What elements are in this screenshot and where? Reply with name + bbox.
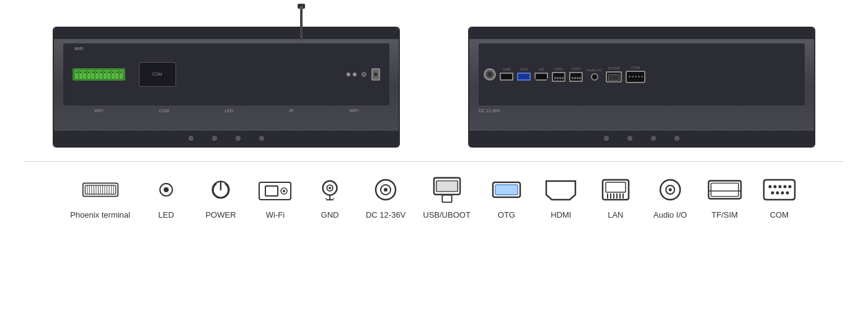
audio-icon xyxy=(652,174,689,205)
icons-row: Phoenix terminal LED POWER xyxy=(70,174,798,220)
left-device-face: WIFI COM xyxy=(63,43,389,105)
icon-gnd: GND xyxy=(311,174,348,220)
led-label: LED xyxy=(158,210,174,220)
icon-hdmi: HDMI xyxy=(542,174,580,220)
com-icon xyxy=(761,174,798,205)
svg-point-24 xyxy=(329,187,331,189)
icon-led: LED xyxy=(148,174,185,220)
svg-point-55 xyxy=(788,185,791,189)
right-bottom-bar xyxy=(469,131,814,146)
tf-sim-icon xyxy=(706,174,743,205)
icons-section: Phoenix terminal LED POWER xyxy=(0,162,868,233)
right-device: USB OTG HD LAN1 xyxy=(468,17,815,148)
svg-rect-34 xyxy=(442,195,451,203)
terminal-block xyxy=(73,68,125,81)
audio-label: Audio I/O xyxy=(653,210,687,220)
svg-rect-49 xyxy=(711,183,739,196)
svg-point-56 xyxy=(771,192,774,195)
svg-rect-33 xyxy=(436,181,458,192)
gnd-icon xyxy=(311,174,348,205)
left-device: WIFI COM xyxy=(53,17,400,148)
icon-audio: Audio I/O xyxy=(652,174,689,220)
icon-usb-uboot: USB/UBOOT xyxy=(423,174,471,220)
usb-uboot-icon xyxy=(428,174,466,205)
lan-label: LAN xyxy=(608,210,623,220)
svg-point-53 xyxy=(778,185,781,189)
phoenix-terminal-label: Phoenix terminal xyxy=(70,210,130,220)
wifi-label: Wi-Fi xyxy=(266,210,285,220)
svg-point-54 xyxy=(783,185,786,189)
hdmi-icon xyxy=(542,174,580,205)
led-icon xyxy=(148,174,185,205)
icon-com: COM xyxy=(761,174,798,220)
icon-dc: DC 12-36V xyxy=(366,174,405,220)
icon-tf-sim: TF/SIM xyxy=(706,174,743,220)
svg-point-52 xyxy=(773,185,776,189)
otg-icon xyxy=(488,174,525,205)
usb-uboot-label: USB/UBOOT xyxy=(423,210,471,220)
svg-rect-18 xyxy=(259,182,291,200)
left-device-body: WIFI COM xyxy=(53,27,400,148)
right-device-face: USB OTG HD LAN1 xyxy=(479,43,805,105)
svg-point-58 xyxy=(781,192,784,195)
svg-point-59 xyxy=(786,192,789,195)
otg-label: OTG xyxy=(498,210,515,220)
right-device-body: USB OTG HD LAN1 xyxy=(468,27,815,148)
svg-point-21 xyxy=(283,190,285,192)
svg-point-16 xyxy=(164,187,169,192)
lan-icon xyxy=(597,174,634,205)
svg-point-31 xyxy=(384,188,388,192)
icon-wifi: Wi-Fi xyxy=(257,174,294,220)
power-label: POWER xyxy=(205,210,236,220)
gnd-label: GND xyxy=(321,210,339,220)
svg-point-47 xyxy=(668,189,671,192)
tf-sim-label: TF/SIM xyxy=(712,210,738,220)
icon-power: POWER xyxy=(202,174,239,220)
icon-otg: OTG xyxy=(488,174,525,220)
phoenix-terminal-icon xyxy=(82,174,119,205)
svg-rect-37 xyxy=(603,180,629,200)
icon-lan: LAN xyxy=(597,174,634,220)
svg-rect-36 xyxy=(495,185,518,195)
power-icon xyxy=(202,174,239,205)
dc-icon xyxy=(367,174,404,205)
svg-rect-19 xyxy=(265,186,278,196)
devices-section: WIFI COM xyxy=(0,0,868,161)
svg-point-51 xyxy=(768,185,771,189)
com-label: COM xyxy=(770,210,789,220)
svg-rect-44 xyxy=(606,182,626,192)
wifi-icon xyxy=(257,174,294,205)
svg-point-57 xyxy=(776,192,779,195)
icon-phoenix-terminal: Phoenix terminal xyxy=(70,174,130,220)
left-bottom-bar xyxy=(54,131,399,146)
dc-label: DC 12-36V xyxy=(366,210,405,220)
hdmi-label: HDMI xyxy=(551,210,571,220)
